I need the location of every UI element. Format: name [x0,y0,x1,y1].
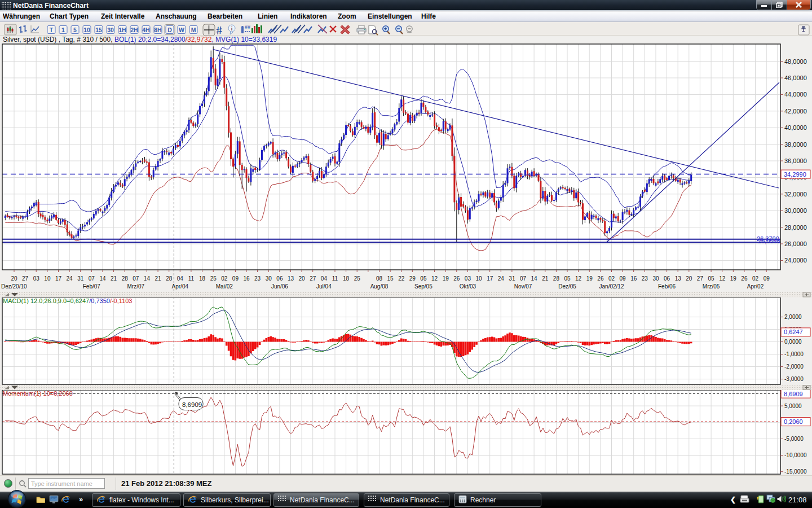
svg-text:-5,0000: -5,0000 [784,436,804,442]
svg-text:-3,0000: -3,0000 [784,376,804,382]
svg-text:18: 18 [343,275,350,282]
svg-text:0,0000: 0,0000 [784,339,802,345]
svg-text:24: 24 [498,275,505,282]
svg-text:28: 28 [553,275,560,282]
svg-text:20: 20 [686,275,692,282]
svg-text:08: 08 [376,275,383,282]
svg-text:11: 11 [188,275,195,282]
svg-text:30: 30 [266,275,272,282]
svg-text:T: T [50,27,54,33]
svg-text:19: 19 [443,275,449,282]
svg-text:21: 21 [542,275,549,282]
svg-text:05: 05 [708,275,715,282]
svg-text:14: 14 [144,275,151,282]
svg-text:Dez/05: Dez/05 [558,283,576,290]
svg-text:09: 09 [620,275,626,282]
svg-text:15: 15 [95,27,102,33]
svg-text:26,0000: 26,0000 [784,240,807,247]
svg-text:-1,0000: -1,0000 [784,351,804,357]
svg-text:28: 28 [122,275,129,282]
svg-text:23: 23 [642,275,648,282]
svg-text:11: 11 [332,275,338,282]
svg-text:Nov/07: Nov/07 [514,283,532,290]
svg-text:30: 30 [652,275,659,282]
svg-text:Okt/03: Okt/03 [460,283,476,290]
svg-text:03: 03 [33,275,40,282]
svg-text:26: 26 [453,275,460,282]
svg-text:05: 05 [564,275,571,282]
svg-text:21: 21 [111,275,117,282]
svg-text:Silver, spot (USD) , Tag, # 31: Silver, spot (USD) , Tag, # 310 / 500, B… [3,36,277,43]
svg-text:06: 06 [276,275,283,282]
svg-text:10: 10 [83,27,90,33]
svg-text:24,0000: 24,0000 [784,257,807,264]
svg-text:2,0000: 2,0000 [784,314,802,320]
svg-text:30,0000: 30,0000 [784,207,807,214]
svg-text:20: 20 [299,275,306,282]
svg-text:30: 30 [107,27,114,33]
svg-text:17: 17 [55,275,62,282]
svg-text:14: 14 [99,275,106,282]
svg-text:Jul/04: Jul/04 [316,283,332,290]
svg-text:8,6909: 8,6909 [784,391,803,397]
svg-text:42,0000: 42,0000 [784,108,807,115]
svg-text:13: 13 [675,275,682,282]
svg-text:12: 12 [575,275,582,282]
svg-text:10: 10 [475,275,482,282]
svg-text:1H: 1H [118,27,126,33]
svg-text:04: 04 [321,275,328,282]
svg-text:i: i [231,26,233,32]
svg-text:40,0000: 40,0000 [784,124,807,131]
svg-text:09: 09 [232,275,239,282]
svg-text:07: 07 [89,275,95,282]
svg-text:20: 20 [11,275,17,282]
svg-text:36,0000: 36,0000 [784,157,807,164]
svg-text:32,0000: 32,0000 [784,191,807,198]
svg-text:M: M [191,27,196,33]
svg-text:Feb/06: Feb/06 [658,283,676,290]
svg-text:03: 03 [465,275,471,282]
svg-text:Feb/07: Feb/07 [83,283,101,290]
svg-text:23: 23 [254,275,261,282]
svg-text:12: 12 [719,275,726,282]
svg-text:27: 27 [310,275,316,282]
svg-text:0,2060: 0,2060 [784,418,803,425]
svg-text:05: 05 [420,275,427,282]
svg-text:19: 19 [730,275,737,282]
svg-text:46,0000: 46,0000 [784,75,807,81]
svg-text:Aug/08: Aug/08 [370,283,389,290]
svg-text:Mrz/05: Mrz/05 [703,283,720,290]
svg-text:-10,0000: -10,0000 [784,452,807,458]
svg-text:25: 25 [354,275,361,282]
svg-text:0,6247: 0,6247 [784,329,803,335]
svg-text:8H: 8H [154,27,161,33]
svg-text:07: 07 [520,275,527,282]
svg-text:04: 04 [177,275,184,282]
svg-text:Momentum(1) 10=0,2060: Momentum(1) 10=0,2060 [3,390,73,397]
svg-text:4H: 4H [142,27,149,33]
svg-text:38,0000: 38,0000 [784,141,807,148]
svg-text:Mai/02: Mai/02 [216,283,233,290]
svg-text:5: 5 [73,27,77,33]
svg-text:16: 16 [243,275,250,282]
svg-text:Apr/02: Apr/02 [747,283,764,290]
svg-text:26,0548: 26,0548 [758,238,780,244]
svg-text:Dez/20/10: Dez/20/10 [1,283,27,290]
svg-text:15: 15 [387,275,394,282]
svg-text:02: 02 [221,275,228,282]
svg-text:02: 02 [608,275,615,282]
svg-text:09: 09 [764,275,770,282]
svg-text:Apr/04: Apr/04 [172,283,189,290]
svg-text:26: 26 [741,275,748,282]
svg-text:W: W [179,27,184,33]
svg-text:5,0000: 5,0000 [784,403,802,409]
svg-text:24: 24 [67,275,73,282]
svg-text:1: 1 [61,27,65,33]
svg-text:06: 06 [664,275,670,282]
svg-text:25: 25 [210,275,217,282]
svg-text:#: # [215,24,223,37]
svg-text:29: 29 [409,275,416,282]
svg-text:07: 07 [133,275,139,282]
svg-text:22: 22 [398,275,405,282]
svg-text:14: 14 [531,275,538,282]
